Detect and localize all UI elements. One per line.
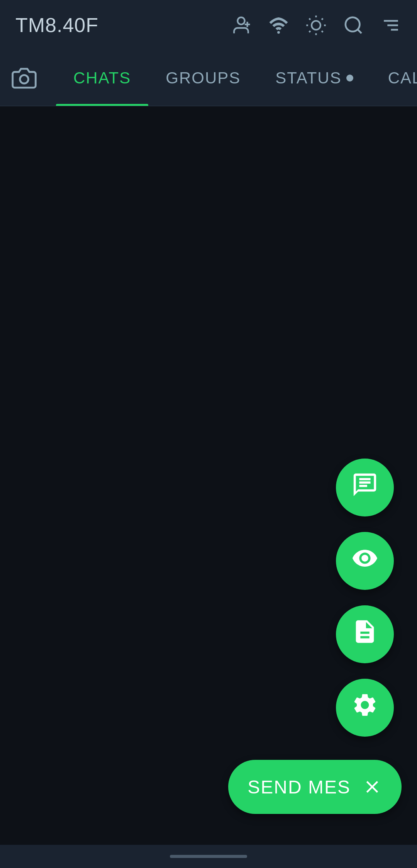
tab-chats-label: CHATS bbox=[73, 69, 131, 87]
tab-status-label: STATUS bbox=[275, 69, 341, 87]
send-message-container: SEND MES bbox=[228, 760, 402, 814]
tab-groups[interactable]: GROUPS bbox=[148, 50, 258, 106]
close-icon[interactable] bbox=[362, 777, 382, 797]
tab-chats[interactable]: CHATS bbox=[56, 50, 148, 106]
status-bar-icons bbox=[231, 15, 402, 36]
svg-point-3 bbox=[277, 31, 280, 34]
message-icon bbox=[351, 471, 378, 504]
brightness-icon bbox=[305, 15, 327, 36]
camera-icon[interactable] bbox=[12, 66, 37, 91]
status-bar-title: TM8.40F bbox=[15, 14, 98, 37]
top-nav: CHATS GROUPS STATUS CALLS bbox=[0, 50, 417, 106]
settings-fab-button[interactable] bbox=[336, 679, 394, 737]
tab-groups-label: GROUPS bbox=[166, 69, 241, 87]
svg-line-12 bbox=[322, 18, 323, 19]
send-message-button[interactable]: SEND MES bbox=[228, 760, 402, 814]
bottom-pill bbox=[170, 855, 247, 858]
eye-icon bbox=[351, 545, 378, 578]
document-fab-button[interactable] bbox=[336, 605, 394, 663]
main-content: SEND MES bbox=[0, 106, 417, 845]
svg-line-8 bbox=[322, 31, 323, 32]
wifi-icon bbox=[268, 15, 289, 36]
add-contact-icon[interactable] bbox=[231, 15, 252, 36]
tab-calls-label: CALLS bbox=[388, 69, 417, 87]
bottom-indicator-bar bbox=[0, 845, 417, 868]
svg-line-14 bbox=[358, 29, 361, 33]
send-message-label: SEND MES bbox=[247, 776, 351, 798]
svg-line-11 bbox=[309, 31, 310, 32]
tabs-container: CHATS GROUPS STATUS CALLS bbox=[56, 50, 417, 106]
svg-point-13 bbox=[346, 17, 360, 31]
svg-line-7 bbox=[309, 18, 310, 19]
status-notification-dot bbox=[346, 75, 353, 82]
status-bar: TM8.40F bbox=[0, 0, 417, 50]
tab-status[interactable]: STATUS bbox=[258, 50, 370, 106]
eye-fab-button[interactable] bbox=[336, 532, 394, 590]
svg-point-4 bbox=[312, 21, 320, 30]
fab-container bbox=[336, 459, 394, 737]
message-fab-button[interactable] bbox=[336, 459, 394, 516]
search-icon[interactable] bbox=[343, 15, 364, 36]
svg-point-15 bbox=[20, 75, 29, 83]
tab-calls[interactable]: CALLS bbox=[371, 50, 417, 106]
overflow-icon[interactable] bbox=[380, 15, 402, 36]
document-icon bbox=[351, 618, 378, 651]
status-bar-left: TM8.40F bbox=[15, 14, 98, 37]
settings-icon bbox=[351, 691, 378, 724]
tab-status-content: STATUS bbox=[275, 69, 353, 87]
svg-point-0 bbox=[237, 17, 244, 24]
